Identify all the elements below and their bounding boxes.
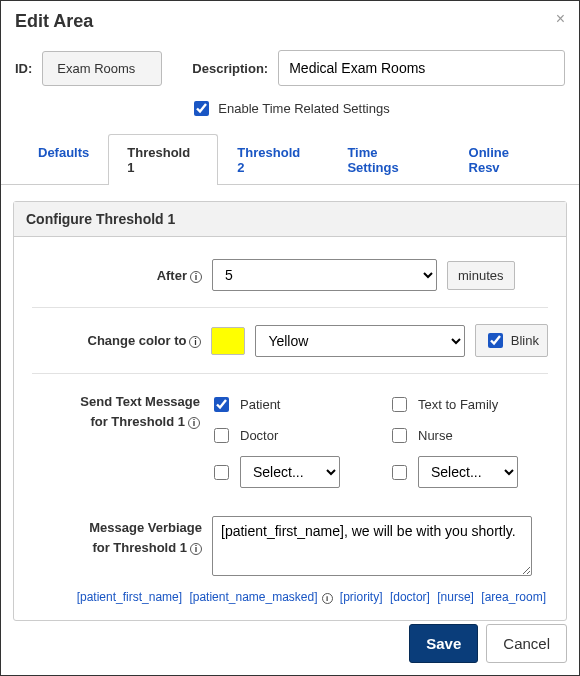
- recipient-a-select[interactable]: Select...: [240, 456, 340, 488]
- patient-checkbox[interactable]: [214, 397, 229, 412]
- color-select[interactable]: Yellow: [255, 325, 464, 357]
- nurse-checkbox[interactable]: [392, 428, 407, 443]
- enable-time-settings-checkbox[interactable]: [194, 101, 209, 116]
- info-icon[interactable]: i: [190, 543, 202, 555]
- info-icon[interactable]: i: [189, 336, 201, 348]
- blink-label: Blink: [511, 333, 539, 348]
- enable-time-settings-label: Enable Time Related Settings: [218, 101, 389, 116]
- after-minutes-select[interactable]: 5: [212, 259, 437, 291]
- recipient-a-checkbox[interactable]: [214, 465, 229, 480]
- info-icon[interactable]: i: [188, 417, 200, 429]
- token-helpers: [patient_first_name] [patient_name_maske…: [32, 584, 548, 612]
- save-button[interactable]: Save: [409, 624, 478, 663]
- recipient-b-select[interactable]: Select...: [418, 456, 518, 488]
- tab-threshold-2[interactable]: Threshold 2: [218, 134, 328, 185]
- cancel-button[interactable]: Cancel: [486, 624, 567, 663]
- threshold-config-panel: Configure Threshold 1 Afteri 5 minutes C…: [13, 201, 567, 621]
- dialog-title: Edit Area: [15, 11, 93, 32]
- nurse-label: Nurse: [418, 428, 453, 443]
- token-priority[interactable]: [priority]: [340, 590, 383, 604]
- tab-online-resv[interactable]: Online Resv: [450, 134, 561, 185]
- color-swatch: [211, 327, 245, 355]
- info-icon[interactable]: i: [322, 593, 333, 604]
- token-patient-name-masked[interactable]: [patient_name_masked]: [189, 590, 317, 604]
- dialog-footer: Save Cancel: [409, 624, 567, 663]
- id-label: ID:: [15, 61, 32, 76]
- token-doctor[interactable]: [doctor]: [390, 590, 430, 604]
- send-text-label: Send Text Message for Threshold 1i: [32, 390, 200, 431]
- verbiage-label: Message Verbiage for Threshold 1i: [32, 516, 202, 557]
- text-family-checkbox[interactable]: [392, 397, 407, 412]
- doctor-label: Doctor: [240, 428, 278, 443]
- close-icon[interactable]: ×: [556, 11, 565, 27]
- tab-bar: Defaults Threshold 1 Threshold 2 Time Se…: [1, 133, 579, 185]
- info-icon[interactable]: i: [190, 271, 202, 283]
- panel-title: Configure Threshold 1: [14, 202, 566, 237]
- patient-label: Patient: [240, 397, 280, 412]
- after-label: Afteri: [32, 268, 202, 283]
- recipient-grid: Patient Text to Family Doctor Nurse Sele…: [210, 390, 548, 500]
- tab-time-settings[interactable]: Time Settings: [328, 134, 449, 185]
- after-unit: minutes: [447, 261, 515, 290]
- tab-defaults[interactable]: Defaults: [19, 134, 108, 185]
- message-verbiage-textarea[interactable]: [212, 516, 532, 576]
- description-label: Description:: [192, 61, 268, 76]
- doctor-checkbox[interactable]: [214, 428, 229, 443]
- token-nurse[interactable]: [nurse]: [437, 590, 474, 604]
- recipient-b-checkbox[interactable]: [392, 465, 407, 480]
- tab-threshold-1[interactable]: Threshold 1: [108, 134, 218, 185]
- blink-toggle-box: Blink: [475, 324, 548, 357]
- description-input[interactable]: [278, 50, 565, 86]
- token-patient-first-name[interactable]: [patient_first_name]: [77, 590, 182, 604]
- text-family-label: Text to Family: [418, 397, 498, 412]
- id-readonly-field: Exam Rooms: [42, 51, 162, 86]
- change-color-label: Change color toi: [32, 333, 201, 348]
- blink-checkbox[interactable]: [488, 333, 503, 348]
- token-area-room[interactable]: [area_room]: [481, 590, 546, 604]
